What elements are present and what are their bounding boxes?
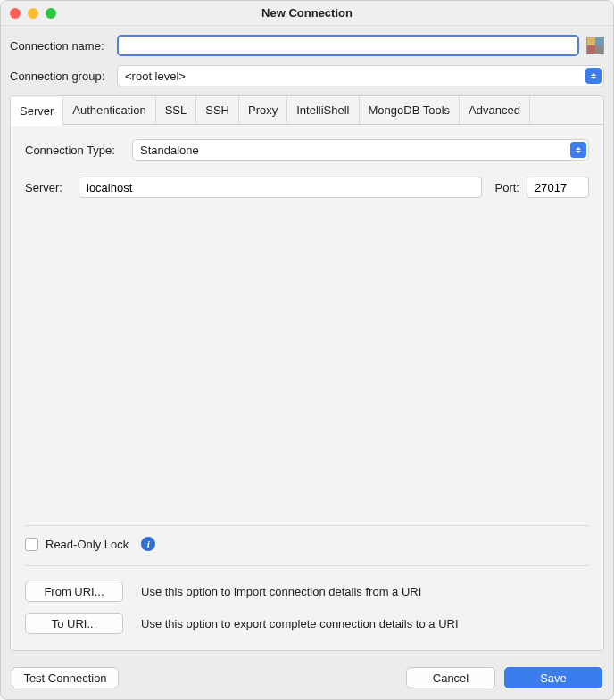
server-row: Server: Port:: [25, 177, 589, 198]
tab-bar: Server Authentication SSL SSH Proxy Inte…: [11, 96, 603, 125]
tab-intellishell[interactable]: IntelliShell: [287, 96, 359, 124]
minimize-icon[interactable]: [28, 8, 38, 19]
dialog-window: New Connection Connection name: Connecti…: [0, 0, 614, 700]
from-uri-button[interactable]: From URI...: [25, 581, 123, 602]
tab-mongodb-tools[interactable]: MongoDB Tools: [360, 96, 460, 124]
titlebar: New Connection: [1, 1, 613, 26]
form-spacer: [25, 214, 589, 522]
color-picker-icon[interactable]: [586, 37, 604, 54]
server-input[interactable]: [79, 177, 482, 198]
connection-name-input[interactable]: [117, 35, 579, 56]
connection-type-row: Connection Type: Standalone: [25, 139, 589, 161]
connection-type-label: Connection Type:: [25, 144, 132, 157]
connection-name-label: Connection name:: [10, 39, 117, 53]
tab-proxy[interactable]: Proxy: [239, 96, 287, 124]
connection-group-select[interactable]: <root level>: [117, 65, 604, 86]
port-label: Port:: [482, 181, 527, 194]
tab-ssh[interactable]: SSH: [196, 96, 239, 124]
tab-ssl[interactable]: SSL: [156, 96, 197, 124]
window-title: New Connection: [261, 6, 353, 20]
server-label: Server:: [25, 181, 79, 194]
tab-advanced[interactable]: Advanced: [460, 96, 530, 124]
from-uri-row: From URI... Use this option to import co…: [25, 575, 589, 607]
tab-authentication[interactable]: Authentication: [63, 96, 155, 124]
dialog-content: Connection name: Connection group: <root…: [1, 26, 613, 658]
zoom-icon[interactable]: [46, 8, 56, 19]
readonly-row: Read-Only Lock i: [25, 535, 589, 562]
dialog-footer: Test Connection Cancel Save: [1, 658, 613, 699]
to-uri-description: Use this option to export complete conne…: [141, 617, 459, 630]
window-controls: [10, 1, 56, 25]
close-icon[interactable]: [10, 8, 21, 19]
tab-server[interactable]: Server: [11, 97, 63, 126]
divider: [25, 525, 589, 526]
connection-name-row: Connection name:: [10, 35, 604, 56]
port-input[interactable]: [527, 177, 589, 198]
connection-type-select[interactable]: Standalone: [132, 139, 589, 161]
to-uri-button[interactable]: To URI...: [25, 613, 123, 634]
tab-body-server: Connection Type: Standalone Server: Port…: [11, 125, 603, 650]
from-uri-description: Use this option to import connection det…: [141, 585, 421, 598]
connection-group-label: Connection group:: [10, 70, 117, 83]
connection-group-value: <root level>: [125, 70, 186, 83]
test-connection-button[interactable]: Test Connection: [12, 667, 119, 688]
save-button[interactable]: Save: [504, 667, 602, 688]
tab-container: Server Authentication SSL SSH Proxy Inte…: [10, 95, 604, 651]
cancel-button[interactable]: Cancel: [406, 667, 495, 688]
to-uri-row: To URI... Use this option to export comp…: [25, 607, 589, 639]
connection-type-value: Standalone: [140, 144, 199, 157]
connection-group-row: Connection group: <root level>: [10, 65, 604, 86]
readonly-label: Read-Only Lock: [46, 538, 129, 551]
readonly-checkbox[interactable]: [25, 538, 38, 551]
chevron-updown-icon: [570, 142, 586, 158]
chevron-updown-icon: [585, 68, 602, 84]
divider: [25, 565, 589, 566]
info-icon[interactable]: i: [141, 537, 155, 551]
